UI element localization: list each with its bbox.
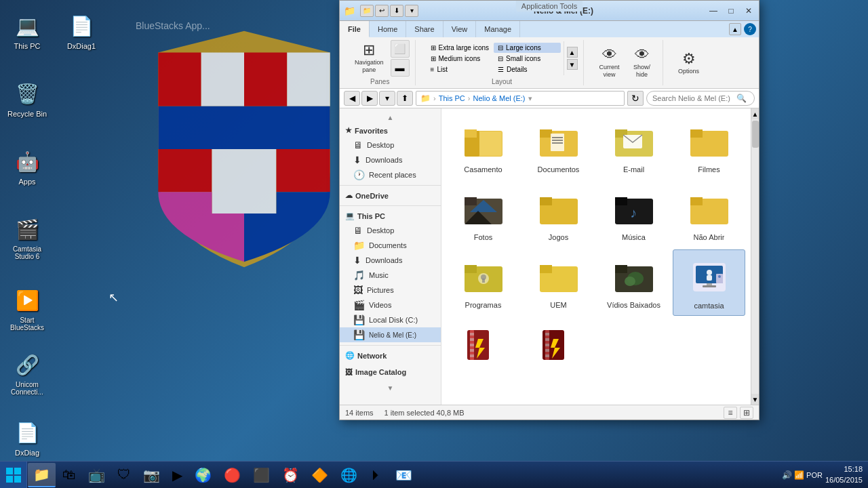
desktop-icon-recycle-bin[interactable]: 🗑️ Recycle Bin [0, 75, 54, 123]
current-view-btn[interactable]: 👁 Currentview [595, 45, 625, 81]
taskbar-chrome[interactable]: 🌐 [335, 463, 363, 487]
list-btn[interactable]: ≡ List [427, 64, 493, 75]
minimize-button[interactable]: — [705, 5, 722, 17]
tab-manage[interactable]: Manage [476, 21, 520, 37]
sidebar-item-desktop2[interactable]: 🖥 Desktop [340, 223, 441, 238]
navigation-pane-btn[interactable]: ⊞ Navigationpane [351, 40, 388, 77]
taskbar-media[interactable]: 📺 [83, 463, 111, 487]
show-hide-btn[interactable]: 👁 Show/hide [627, 45, 657, 81]
sidebar-header-network[interactable]: 🌐 Network [340, 348, 441, 363]
search-input[interactable] [652, 94, 734, 102]
desktop-icon-camtasia[interactable]: 🎬 Camtasia Studio 6 [0, 210, 54, 266]
taskbar-vlc[interactable]: 🔶 [306, 463, 334, 487]
address-path[interactable]: 📁 › This PC › Nelio & Mel (E:) ▾ [416, 91, 625, 106]
search-box[interactable]: 🔍 [646, 91, 755, 106]
refresh-btn[interactable]: ↻ [627, 91, 644, 106]
taskbar-file-explorer[interactable]: 📁 [28, 463, 56, 487]
breadcrumb-this-pc[interactable]: This PC [439, 94, 465, 102]
taskbar-antivirus[interactable]: 🛡 [112, 463, 136, 487]
file-item-archive2[interactable] [522, 319, 595, 375]
tab-share[interactable]: Share [406, 21, 443, 37]
taskbar-checker[interactable]: ⬛ [248, 463, 275, 487]
file-item-documentos[interactable]: Documentos [522, 114, 595, 179]
sidebar-header-onedrive[interactable]: ☁ OneDrive [340, 188, 441, 203]
details-btn[interactable]: ☰ Details [494, 64, 560, 75]
details-pane-btn[interactable]: ▬ [391, 59, 410, 77]
desktop-icon-dxdiag1[interactable]: 📄 DxDiag1 [54, 7, 108, 56]
sidebar-item-recent-places[interactable]: 🕐 Recent places [340, 167, 441, 182]
taskbar-clock[interactable]: 15:18 16/05/2015 [825, 464, 863, 485]
sidebar-item-pictures[interactable]: 🖼 Pictures [340, 283, 441, 298]
taskbar-store[interactable]: 🛍 [57, 463, 81, 487]
taskbar-mail[interactable]: 📧 [390, 463, 418, 487]
sidebar-item-videos[interactable]: 🎬 Videos [340, 298, 441, 312]
file-item-programas[interactable]: Programas [447, 249, 519, 316]
maximize-button[interactable]: □ [722, 5, 740, 17]
breadcrumb-drive[interactable]: Nelio & Mel (E:) [473, 94, 525, 102]
file-item-fotos[interactable]: Fotos [447, 182, 519, 247]
file-item-musica[interactable]: ♪ Música [597, 182, 670, 247]
options-btn[interactable]: ⚙ Options [674, 49, 704, 77]
taskbar-browser[interactable]: 🌍 [189, 463, 217, 487]
preview-pane-btn[interactable]: ⬜ [391, 40, 410, 58]
desktop-icon-apps[interactable]: 🤖 Apps [0, 142, 54, 191]
sidebar-item-desktop[interactable]: 🖥 Desktop [340, 138, 441, 152]
tab-view[interactable]: View [443, 21, 477, 37]
extra-large-icons-btn[interactable]: ⊞ Extra large icons [427, 43, 493, 53]
taskbar-play[interactable]: ▶ [167, 463, 188, 487]
sidebar-item-nelio-mel[interactable]: 💾 Nelio & Mel (E:) [340, 327, 441, 342]
file-item-camtasia[interactable]: camtasia [673, 249, 745, 316]
sidebar-header-image-catalog[interactable]: 🖼 Image Catalog [340, 365, 441, 379]
large-icons-btn[interactable]: ⊟ Large icons [494, 43, 560, 53]
tab-home[interactable]: Home [370, 21, 406, 37]
forward-button[interactable]: ▶ [361, 91, 378, 106]
grid-view-toggle[interactable]: ⊞ [740, 407, 753, 419]
sidebar-item-music[interactable]: 🎵 Music [340, 268, 441, 283]
file-item-archive1[interactable] [447, 319, 519, 375]
sidebar-item-documents[interactable]: 📁 Documents [340, 238, 441, 253]
desktop-icon-this-pc[interactable]: 💻 This PC [0, 7, 54, 56]
close-button[interactable]: ✕ [740, 5, 757, 17]
sidebar-scroll-down[interactable]: ▼ [340, 382, 441, 394]
taskbar-player[interactable]: ⏵ [364, 463, 389, 487]
file-grid-scrollbar[interactable]: ▲ ▼ [751, 108, 759, 405]
scroll-up-btn[interactable]: ▲ [751, 108, 759, 119]
sidebar-scroll-up[interactable]: ▲ [340, 111, 441, 123]
sidebar-item-downloads2[interactable]: ⬇ Downloads [340, 253, 441, 268]
desktop-icon-dxdiag[interactable]: 📄 DxDiag [0, 413, 54, 462]
sidebar-item-downloads[interactable]: ⬇ Downloads [340, 152, 441, 167]
taskbar-photos[interactable]: 📷 [138, 463, 165, 487]
scroll-down-btn[interactable]: ▼ [751, 394, 759, 405]
dropdown-btn[interactable]: ▾ [379, 91, 395, 106]
ribbon-expand-btn[interactable]: ▲ [729, 23, 741, 35]
desktop-icon-bluestacks[interactable]: ▶️ Start BlueStacks [0, 281, 54, 337]
medium-icons-btn[interactable]: ⊞ Medium icons [427, 54, 493, 64]
quick-access-btn-3[interactable]: ⬇ [390, 5, 403, 17]
quick-access-btn-2[interactable]: ↩ [375, 5, 389, 17]
file-item-filmes[interactable]: Filmes [673, 114, 745, 179]
tab-file[interactable]: File [340, 21, 370, 37]
sidebar-header-favorites[interactable]: ★ Favorites [340, 123, 441, 138]
file-item-videos-baixados[interactable]: Vídios Baixados [597, 249, 670, 316]
quick-access-dropdown[interactable]: ▾ [405, 5, 418, 17]
layout-scroll-down[interactable]: ▼ [567, 59, 578, 70]
taskbar-alarm[interactable]: ⏰ [277, 463, 304, 487]
file-item-uem[interactable]: UEM [522, 249, 595, 316]
small-icons-btn[interactable]: ⊟ Small icons [494, 54, 560, 64]
list-view-toggle[interactable]: ≡ [724, 407, 737, 419]
layout-scroll-up[interactable]: ▲ [567, 47, 578, 58]
sidebar-item-local-disk[interactable]: 💾 Local Disk (C:) [340, 312, 441, 327]
back-button[interactable]: ◀ [344, 91, 360, 106]
sidebar-header-this-pc[interactable]: 💻 This PC [340, 209, 441, 223]
start-button[interactable] [0, 462, 27, 489]
file-item-jogos[interactable]: Jogos [522, 182, 595, 247]
scroll-thumb[interactable] [752, 121, 759, 148]
file-item-nao-abrir[interactable]: Não Abrir [673, 182, 745, 247]
quick-access-btn-1[interactable]: 📁 [360, 5, 374, 17]
up-button[interactable]: ⬆ [397, 91, 413, 106]
taskbar-app1[interactable]: 🔴 [218, 463, 246, 487]
desktop-icon-unicom[interactable]: 🔗 Unicom Connecti... [0, 346, 54, 401]
help-button[interactable]: ? [744, 23, 756, 35]
file-item-casamento[interactable]: Casamento [447, 114, 519, 179]
file-item-email[interactable]: E-mail [597, 114, 670, 179]
